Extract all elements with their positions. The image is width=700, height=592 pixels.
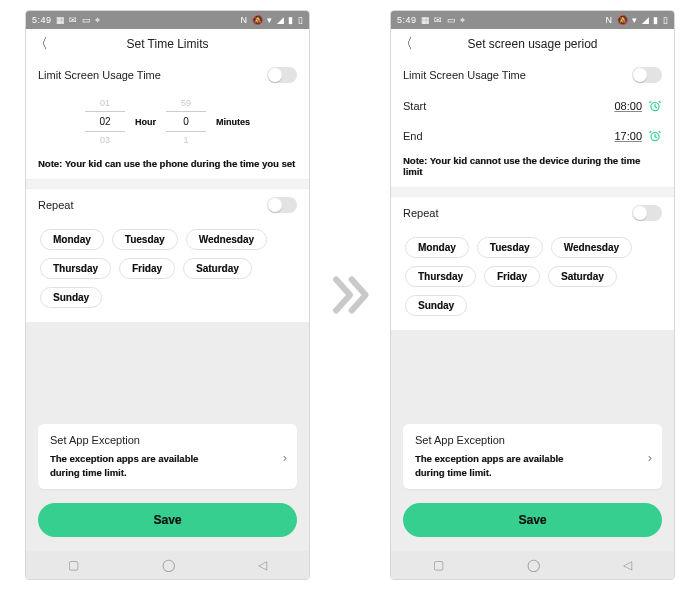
card-subtitle: The exception apps are available during … bbox=[50, 452, 226, 479]
limit-usage-toggle[interactable] bbox=[632, 67, 662, 83]
end-time-row[interactable]: End 17:00 bbox=[391, 121, 674, 151]
note-text: Note: Your kid cannot use the device dur… bbox=[391, 151, 674, 187]
app-exception-card[interactable]: Set App Exception The exception apps are… bbox=[38, 424, 297, 489]
chip-friday[interactable]: Friday bbox=[484, 266, 540, 287]
wifi-icon: ▾ bbox=[632, 15, 638, 25]
minute-next: 1 bbox=[183, 132, 188, 148]
location-icon: ⌖ bbox=[460, 15, 466, 26]
chevron-right-icon: › bbox=[283, 449, 287, 464]
note-text: Note: Your kid can use the phone during … bbox=[26, 154, 309, 179]
nav-home-icon[interactable]: ◯ bbox=[162, 558, 175, 572]
chip-saturday[interactable]: Saturday bbox=[548, 266, 617, 287]
chip-wednesday[interactable]: Wednesday bbox=[186, 229, 267, 250]
title-bar: 〈 Set Time Limits bbox=[26, 29, 309, 59]
start-time-row[interactable]: Start 08:00 bbox=[391, 91, 674, 121]
limit-usage-row: Limit Screen Usage Time bbox=[391, 59, 674, 91]
minute-current: 0 bbox=[166, 111, 206, 132]
limit-usage-toggle[interactable] bbox=[267, 67, 297, 83]
chip-sunday[interactable]: Sunday bbox=[405, 295, 467, 316]
section-divider bbox=[391, 187, 674, 197]
battery-icon: ▮ bbox=[288, 15, 294, 25]
nav-recent-icon[interactable]: ▢ bbox=[68, 558, 79, 572]
chip-thursday[interactable]: Thursday bbox=[405, 266, 476, 287]
repeat-row: Repeat bbox=[26, 189, 309, 221]
signal-icon: ◢ bbox=[277, 15, 285, 25]
save-button[interactable]: Save bbox=[38, 503, 297, 537]
alarm-icon bbox=[648, 129, 662, 143]
wifi-icon: ▾ bbox=[267, 15, 273, 25]
days-chips: Monday Tuesday Wednesday Thursday Friday… bbox=[26, 221, 309, 322]
bottom-area: Set App Exception The exception apps are… bbox=[391, 330, 674, 551]
chip-tuesday[interactable]: Tuesday bbox=[112, 229, 178, 250]
card-subtitle: The exception apps are available during … bbox=[415, 452, 591, 479]
signal-icon: ◢ bbox=[642, 15, 650, 25]
days-chips: Monday Tuesday Wednesday Thursday Friday… bbox=[391, 229, 674, 330]
bottom-area: Set App Exception The exception apps are… bbox=[26, 322, 309, 551]
back-button[interactable]: 〈 bbox=[34, 35, 48, 53]
minute-prev: 59 bbox=[181, 95, 191, 111]
end-label: End bbox=[403, 130, 423, 142]
battery-icon: ▮ bbox=[653, 15, 659, 25]
repeat-label: Repeat bbox=[403, 207, 438, 219]
android-navbar: ▢ ◯ ◁ bbox=[391, 551, 674, 579]
bell-off-icon: 🔕 bbox=[252, 15, 264, 25]
hour-next: 03 bbox=[100, 132, 110, 148]
nav-back-icon[interactable]: ◁ bbox=[258, 558, 267, 572]
hour-label: Hour bbox=[135, 117, 156, 127]
card-title: Set App Exception bbox=[415, 434, 650, 446]
minute-label: Minutes bbox=[216, 117, 250, 127]
status-bar: 5:49 ▦ ✉ ▭ ⌖ N 🔕 ▾ ◢ ▮ ▯ bbox=[391, 11, 674, 29]
chip-tuesday[interactable]: Tuesday bbox=[477, 237, 543, 258]
nfc-icon: N bbox=[606, 15, 613, 25]
minute-column[interactable]: 59 0 1 bbox=[166, 95, 206, 148]
page-title: Set Time Limits bbox=[126, 37, 208, 51]
hour-column[interactable]: 01 02 03 bbox=[85, 95, 125, 148]
hour-prev: 01 bbox=[100, 95, 110, 111]
status-time: 5:49 bbox=[32, 15, 52, 25]
calendar-icon: ▭ bbox=[82, 15, 92, 25]
status-time: 5:49 bbox=[397, 15, 417, 25]
end-value: 17:00 bbox=[614, 130, 642, 142]
limit-usage-label: Limit Screen Usage Time bbox=[403, 69, 526, 81]
repeat-label: Repeat bbox=[38, 199, 73, 211]
repeat-toggle[interactable] bbox=[267, 197, 297, 213]
chip-monday[interactable]: Monday bbox=[405, 237, 469, 258]
location-icon: ⌖ bbox=[95, 15, 101, 26]
repeat-toggle[interactable] bbox=[632, 205, 662, 221]
card-title: Set App Exception bbox=[50, 434, 285, 446]
chip-sunday[interactable]: Sunday bbox=[40, 287, 102, 308]
message-icon: ✉ bbox=[69, 15, 78, 25]
chip-monday[interactable]: Monday bbox=[40, 229, 104, 250]
chip-wednesday[interactable]: Wednesday bbox=[551, 237, 632, 258]
nav-home-icon[interactable]: ◯ bbox=[527, 558, 540, 572]
hour-current: 02 bbox=[85, 111, 125, 132]
repeat-row: Repeat bbox=[391, 197, 674, 229]
nav-recent-icon[interactable]: ▢ bbox=[433, 558, 444, 572]
start-label: Start bbox=[403, 100, 426, 112]
grid-icon: ▦ bbox=[56, 15, 66, 25]
calendar-icon: ▭ bbox=[447, 15, 457, 25]
message-icon: ✉ bbox=[434, 15, 443, 25]
chip-friday[interactable]: Friday bbox=[119, 258, 175, 279]
duration-picker[interactable]: 01 02 03 Hour 59 0 1 Minutes bbox=[26, 91, 309, 154]
limit-usage-row: Limit Screen Usage Time bbox=[26, 59, 309, 91]
chip-saturday[interactable]: Saturday bbox=[183, 258, 252, 279]
nfc-icon: N bbox=[241, 15, 248, 25]
app-exception-card[interactable]: Set App Exception The exception apps are… bbox=[403, 424, 662, 489]
alarm-icon bbox=[648, 99, 662, 113]
screen-set-time-limits: 5:49 ▦ ✉ ▭ ⌖ N 🔕 ▾ ◢ ▮ ▯ 〈 Set Time Limi… bbox=[25, 10, 310, 580]
back-button[interactable]: 〈 bbox=[399, 35, 413, 53]
status-bar: 5:49 ▦ ✉ ▭ ⌖ N 🔕 ▾ ◢ ▮ ▯ bbox=[26, 11, 309, 29]
nav-back-icon[interactable]: ◁ bbox=[623, 558, 632, 572]
limit-usage-label: Limit Screen Usage Time bbox=[38, 69, 161, 81]
android-navbar: ▢ ◯ ◁ bbox=[26, 551, 309, 579]
chip-thursday[interactable]: Thursday bbox=[40, 258, 111, 279]
grid-icon: ▦ bbox=[421, 15, 431, 25]
title-bar: 〈 Set screen usage period bbox=[391, 29, 674, 59]
page-title: Set screen usage period bbox=[467, 37, 597, 51]
chevron-right-icon: › bbox=[648, 449, 652, 464]
screen-set-usage-period: 5:49 ▦ ✉ ▭ ⌖ N 🔕 ▾ ◢ ▮ ▯ 〈 Set screen us… bbox=[390, 10, 675, 580]
start-value: 08:00 bbox=[614, 100, 642, 112]
save-button[interactable]: Save bbox=[403, 503, 662, 537]
bell-off-icon: 🔕 bbox=[617, 15, 629, 25]
